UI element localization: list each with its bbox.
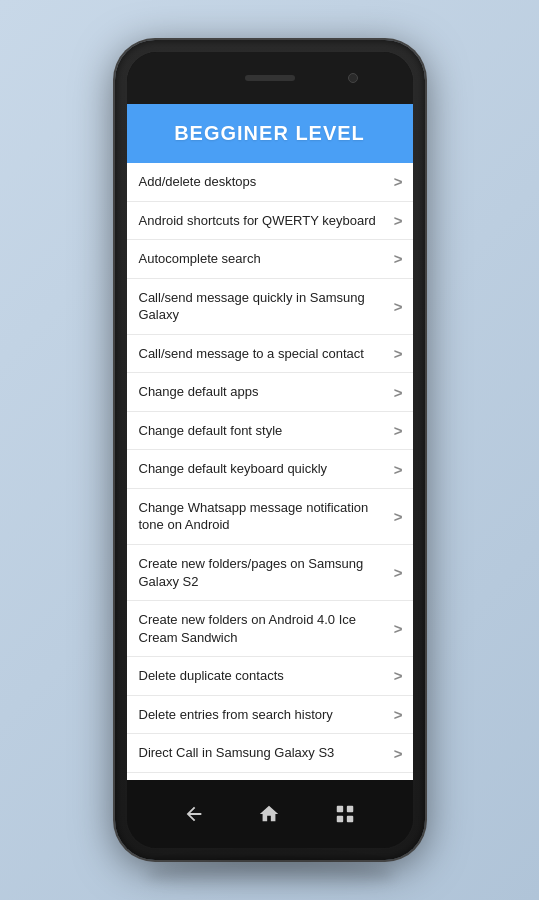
list-item-arrow: > xyxy=(394,508,403,525)
home-button[interactable] xyxy=(253,798,285,830)
list-item-text: Create new folders on Android 4.0 Ice Cr… xyxy=(139,611,394,646)
list-item[interactable]: Create new folders on Android 4.0 Ice Cr… xyxy=(127,601,413,657)
speaker xyxy=(245,75,295,81)
list-item[interactable]: Add/delete desktops> xyxy=(127,163,413,202)
list-item-text: Change default apps xyxy=(139,383,394,401)
list-item[interactable]: Create new folders/pages on Samsung Gala… xyxy=(127,545,413,601)
bottom-nav xyxy=(127,780,413,848)
list-item-text: Delete entries from search history xyxy=(139,706,394,724)
svg-rect-1 xyxy=(347,806,353,812)
svg-rect-0 xyxy=(337,806,343,812)
list-item-arrow: > xyxy=(394,384,403,401)
list-item[interactable]: Autocomplete search> xyxy=(127,240,413,279)
list-container[interactable]: Add/delete desktops>Android shortcuts fo… xyxy=(127,163,413,780)
list-item[interactable]: Call/send message quickly in Samsung Gal… xyxy=(127,279,413,335)
list-item-text: Autocomplete search xyxy=(139,250,394,268)
list-item-arrow: > xyxy=(394,745,403,762)
list-item-arrow: > xyxy=(394,173,403,190)
list-item-arrow: > xyxy=(394,422,403,439)
list-item-arrow: > xyxy=(394,250,403,267)
list-item-arrow: > xyxy=(394,667,403,684)
camera xyxy=(348,73,358,83)
list-item[interactable]: Delete entries from search history> xyxy=(127,696,413,735)
recents-button[interactable] xyxy=(329,798,361,830)
svg-rect-2 xyxy=(337,816,343,822)
list-item[interactable]: Call/send message to a special contact> xyxy=(127,335,413,374)
list-item[interactable]: Change default apps> xyxy=(127,373,413,412)
page-title: BEGGINER LEVEL xyxy=(139,122,401,145)
phone-inner: BEGGINER LEVEL Add/delete desktops>Andro… xyxy=(127,52,413,848)
phone-device: BEGGINER LEVEL Add/delete desktops>Andro… xyxy=(115,40,425,860)
list-item-text: Create new folders/pages on Samsung Gala… xyxy=(139,555,394,590)
list-item-text: Change default keyboard quickly xyxy=(139,460,394,478)
top-bezel xyxy=(127,52,413,104)
list-item-arrow: > xyxy=(394,345,403,362)
list-item[interactable]: Change default keyboard quickly> xyxy=(127,450,413,489)
list-item[interactable]: Direct Call in Samsung Galaxy S3> xyxy=(127,734,413,773)
list-item[interactable]: Delete duplicate contacts> xyxy=(127,657,413,696)
list-item-text: Android shortcuts for QWERTY keyboard xyxy=(139,212,394,230)
list-item-text: Add/delete desktops xyxy=(139,173,394,191)
back-button[interactable] xyxy=(178,798,210,830)
list-item[interactable]: Change default font style> xyxy=(127,412,413,451)
list-item-text: Direct Call in Samsung Galaxy S3 xyxy=(139,744,394,762)
list-item-arrow: > xyxy=(394,620,403,637)
list-item-text: Call/send message to a special contact xyxy=(139,345,394,363)
list-item-arrow: > xyxy=(394,564,403,581)
list-item-arrow: > xyxy=(394,298,403,315)
list-item-arrow: > xyxy=(394,706,403,723)
list-item[interactable]: Android shortcuts for QWERTY keyboard> xyxy=(127,202,413,241)
list-item-text: Call/send message quickly in Samsung Gal… xyxy=(139,289,394,324)
list-item[interactable]: Change Whatsapp message notification ton… xyxy=(127,489,413,545)
screen-header: BEGGINER LEVEL xyxy=(127,104,413,163)
list-item-text: Change default font style xyxy=(139,422,394,440)
list-item-text: Change Whatsapp message notification ton… xyxy=(139,499,394,534)
svg-rect-3 xyxy=(347,816,353,822)
screen: BEGGINER LEVEL Add/delete desktops>Andro… xyxy=(127,104,413,780)
list-item-text: Delete duplicate contacts xyxy=(139,667,394,685)
list-item-arrow: > xyxy=(394,461,403,478)
list-item-arrow: > xyxy=(394,212,403,229)
